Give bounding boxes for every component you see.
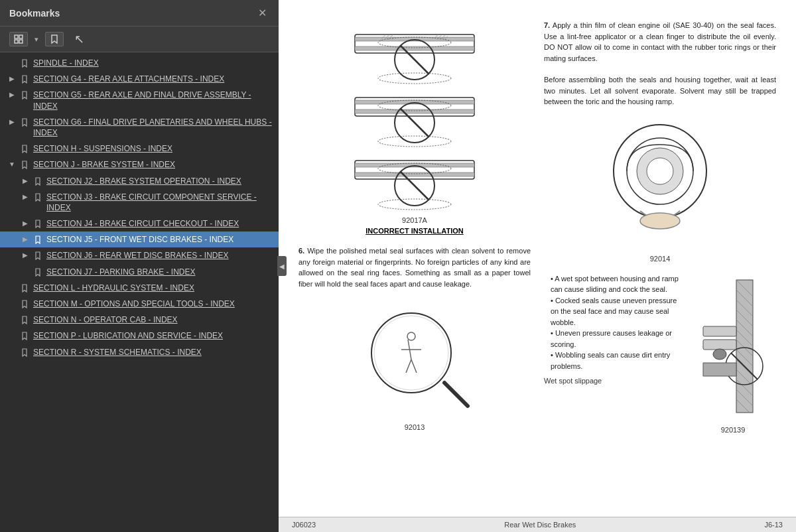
svg-rect-6: [355, 46, 474, 50]
sidebar-title: Bookmarks: [9, 8, 60, 19]
bullet-list: A wet spot between housing and ramp can …: [544, 273, 683, 372]
doc-number: J06023: [292, 521, 316, 529]
step7-content: Apply a thin film of clean engine oil (S…: [544, 21, 776, 62]
toolbar-separator: ▾: [34, 35, 38, 44]
bookmark-flag-icon-g5: [20, 91, 29, 100]
bookmark-item-j6[interactable]: ▶SECTION J6 - REAR WET DISC BRAKES - IND…: [0, 247, 279, 263]
bookmark-item-j[interactable]: ▼SECTION J - BRAKE SYSTEM - INDEX: [0, 157, 279, 172]
bookmark-text-j2: SECTION J2 - BRAKE SYSTEM OPERATION - IN…: [46, 176, 273, 186]
bookmark-item-spindle[interactable]: SPINDLE - INDEX: [0, 55, 279, 71]
bookmark-text-j7: SECTION J7 - PARKING BRAKE - INDEX: [46, 267, 273, 277]
expand-arrow-j3[interactable]: ▶: [20, 192, 31, 202]
expand-arrow-g6[interactable]: ▶: [7, 117, 17, 127]
step6-content: Wipe the polished metal seal surfaces wi…: [298, 247, 531, 288]
bookmark-flag-icon-l: [20, 284, 29, 293]
bookmark-flag-icon-j: [20, 161, 29, 169]
bookmark-item-l[interactable]: SECTION L - HYDRAULIC SYSTEM - INDEX: [0, 280, 279, 296]
incorrect-installation-label: INCORRECT INSTALLATION: [365, 227, 463, 235]
bullet-item: Cocked seals cause uneven pressure on th…: [551, 295, 683, 328]
sidebar-collapse-handle[interactable]: ◀: [277, 256, 287, 276]
fig-92014-caption: 92014: [650, 255, 671, 263]
page-number: J6-13: [764, 521, 783, 529]
bookmark-list: SPINDLE - INDEX▶SECTION G4 - REAR AXLE A…: [0, 52, 279, 532]
bookmark-flag-icon-spindle: [20, 59, 29, 68]
bookmark-item-j5[interactable]: ▶SECTION J5 - FRONT WET DISC BRAKES - IN…: [0, 232, 279, 247]
sidebar-toolbar: ▾ ↖: [0, 27, 279, 52]
bookmark-flag-icon-j3: [33, 193, 42, 202]
bookmark-item-j4[interactable]: ▶SECTION J4 - BRAKE CIRCUIT CHECKOUT - I…: [0, 216, 279, 232]
expand-arrow-g5[interactable]: ▶: [7, 90, 17, 100]
bookmark-item-r[interactable]: SECTION R - SYSTEM SCHEMATICS - INDEX: [0, 344, 279, 360]
bookmark-flag-icon-j2: [33, 177, 42, 186]
seal-cross-section-diagram: 920139: [690, 273, 776, 434]
svg-point-40: [640, 213, 680, 229]
bullet-item: A wet spot between housing and ramp can …: [551, 273, 683, 295]
svg-rect-57: [703, 326, 736, 336]
bookmark-text-j5: SECTION J5 - FRONT WET DISC BRAKES - IND…: [46, 234, 273, 245]
bookmark-item-n[interactable]: SECTION N - OPERATOR CAB - INDEX: [0, 312, 279, 328]
bookmark-text-m: SECTION M - OPTIONS AND SPECIAL TOOLS - …: [33, 299, 273, 309]
document-page: 92017A INCORRECT INSTALLATION 6. Wipe th…: [279, 0, 796, 532]
bookmark-flag-icon-g6: [20, 118, 29, 127]
step7-number: 7.: [544, 21, 550, 29]
bookmark-text-p: SECTION P - LUBRICATION AND SERVICE - IN…: [33, 330, 273, 341]
svg-point-39: [647, 158, 673, 184]
bookmark-item-g4[interactable]: ▶SECTION G4 - REAR AXLE ATTACHMENTS - IN…: [0, 71, 279, 87]
expand-arrow-j[interactable]: ▼: [7, 160, 17, 169]
bookmark-item-m[interactable]: SECTION M - OPTIONS AND SPECIAL TOOLS - …: [0, 296, 279, 312]
bookmark-flag-icon-h: [20, 145, 29, 153]
bookmark-text-n: SECTION N - OPERATOR CAB - INDEX: [33, 314, 273, 325]
bullet-item: Uneven pressure causes leakage or scorin…: [551, 328, 683, 350]
bookmark-list-icon[interactable]: [9, 32, 28, 46]
sidebar-header: Bookmarks ✕: [0, 0, 279, 27]
fig-92013-caption: 92013: [405, 423, 425, 431]
bookmark-text-spindle: SPINDLE - INDEX: [33, 58, 273, 68]
expand-arrow-j5[interactable]: ▶: [20, 235, 31, 244]
expand-arrow-j6[interactable]: ▶: [20, 251, 31, 260]
svg-rect-12: [434, 34, 448, 40]
svg-rect-0: [15, 35, 18, 38]
bullet-diagram-section: A wet spot between housing and ramp can …: [544, 273, 776, 434]
svg-point-59: [713, 349, 726, 360]
seals-incorrect-svg: [335, 20, 494, 212]
bookmark-text-h: SECTION H - SUSPENSIONS - INDEX: [33, 143, 273, 154]
page-label: Rear Wet Disc Brakes: [504, 521, 576, 529]
svg-point-10: [378, 73, 451, 84]
bookmark-item-j3[interactable]: ▶SECTION J3 - BRAKE CIRCUIT COMPONENT SE…: [0, 189, 279, 216]
bookmark-item-j2[interactable]: ▶SECTION J2 - BRAKE SYSTEM OPERATION - I…: [0, 173, 279, 189]
bookmark-flag-icon-p: [20, 332, 29, 340]
wet-spot-label: Wet spot slippage: [544, 377, 683, 385]
svg-line-30: [444, 383, 468, 406]
bookmark-text-r: SECTION R - SYSTEM SCHEMATICS - INDEX: [33, 347, 273, 358]
bookmark-text-j3: SECTION J3 - BRAKE CIRCUIT COMPONENT SER…: [46, 192, 273, 213]
close-button[interactable]: ✕: [255, 7, 269, 19]
svg-rect-22: [355, 172, 474, 176]
bookmark-item-h[interactable]: SECTION H - SUSPENSIONS - INDEX: [0, 141, 279, 157]
bookmark-icon[interactable]: [45, 32, 64, 46]
bookmark-text-j4: SECTION J4 - BRAKE CIRCUIT CHECKOUT - IN…: [46, 218, 273, 229]
bookmark-item-p[interactable]: SECTION P - LUBRICATION AND SERVICE - IN…: [0, 328, 279, 344]
bookmark-text-l: SECTION L - HYDRAULIC SYSTEM - INDEX: [33, 283, 273, 293]
cross-section-svg: [690, 273, 776, 419]
bookmark-flag-icon-j4: [33, 220, 42, 228]
expand-arrow-j4[interactable]: ▶: [20, 219, 31, 228]
fig-92017a-caption: 92017A: [402, 216, 427, 224]
bookmark-flag-icon-j7: [33, 268, 42, 277]
bookmark-flag-icon-n: [20, 316, 29, 324]
bookmark-text-g6: SECTION G6 - FINAL DRIVE PLANETARIES AND…: [33, 117, 273, 138]
bookmark-item-g6[interactable]: ▶SECTION G6 - FINAL DRIVE PLANETARIES AN…: [0, 114, 279, 141]
magnifier-svg: [348, 300, 481, 419]
bookmark-flag-icon-g4: [20, 75, 29, 84]
step7-note: Before assembling both the seals and hou…: [544, 74, 776, 107]
seal-assembly-svg: [590, 118, 730, 251]
bullet-section: A wet spot between housing and ramp can …: [544, 273, 683, 385]
bookmark-text-g5: SECTION G5 - REAR AXLE AND FINAL DRIVE A…: [33, 90, 273, 111]
bookmark-item-g5[interactable]: ▶SECTION G5 - REAR AXLE AND FINAL DRIVE …: [0, 87, 279, 113]
svg-rect-41: [736, 280, 753, 413]
expand-arrow-g4[interactable]: ▶: [7, 74, 17, 84]
bookmark-item-j7[interactable]: SECTION J7 - PARKING BRAKE - INDEX: [0, 264, 279, 280]
svg-rect-3: [19, 40, 23, 43]
expand-arrow-j2[interactable]: ▶: [20, 176, 31, 186]
bookmark-flag-icon-r: [20, 348, 29, 357]
step7-text: 7. Apply a thin film of clean engine oil…: [544, 20, 776, 64]
